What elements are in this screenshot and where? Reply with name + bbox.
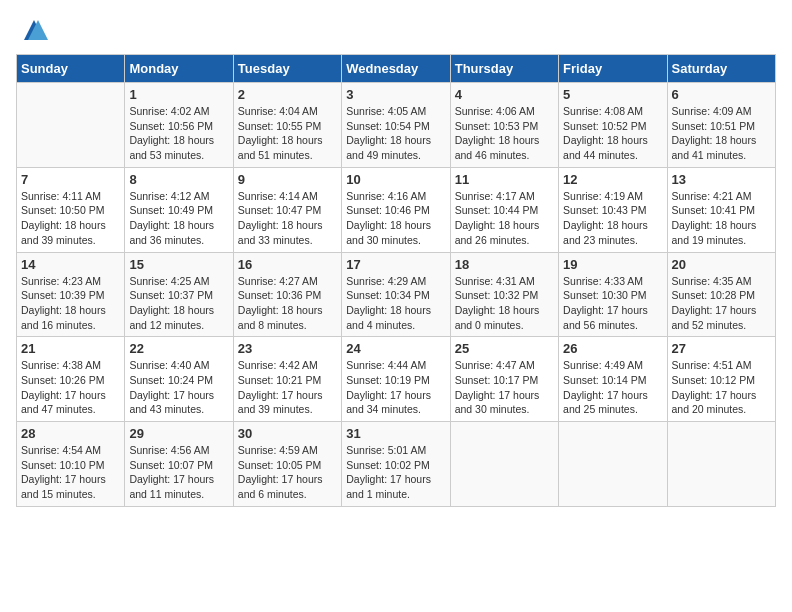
calendar-cell: 11Sunrise: 4:17 AM Sunset: 10:44 PM Dayl… (450, 167, 558, 252)
calendar-cell: 17Sunrise: 4:29 AM Sunset: 10:34 PM Dayl… (342, 252, 450, 337)
page-header (16, 16, 776, 44)
day-info: Sunrise: 4:17 AM Sunset: 10:44 PM Daylig… (455, 189, 554, 248)
day-number: 27 (672, 341, 771, 356)
calendar-cell: 23Sunrise: 4:42 AM Sunset: 10:21 PM Dayl… (233, 337, 341, 422)
calendar-cell: 20Sunrise: 4:35 AM Sunset: 10:28 PM Dayl… (667, 252, 775, 337)
day-info: Sunrise: 5:01 AM Sunset: 10:02 PM Daylig… (346, 443, 445, 502)
calendar-cell (17, 83, 125, 168)
day-info: Sunrise: 4:33 AM Sunset: 10:30 PM Daylig… (563, 274, 662, 333)
day-info: Sunrise: 4:08 AM Sunset: 10:52 PM Daylig… (563, 104, 662, 163)
day-info: Sunrise: 4:31 AM Sunset: 10:32 PM Daylig… (455, 274, 554, 333)
day-number: 8 (129, 172, 228, 187)
calendar-cell: 30Sunrise: 4:59 AM Sunset: 10:05 PM Dayl… (233, 422, 341, 507)
calendar-cell: 14Sunrise: 4:23 AM Sunset: 10:39 PM Dayl… (17, 252, 125, 337)
day-number: 10 (346, 172, 445, 187)
day-info: Sunrise: 4:02 AM Sunset: 10:56 PM Daylig… (129, 104, 228, 163)
day-info: Sunrise: 4:51 AM Sunset: 10:12 PM Daylig… (672, 358, 771, 417)
day-number: 28 (21, 426, 120, 441)
calendar-cell: 6Sunrise: 4:09 AM Sunset: 10:51 PM Dayli… (667, 83, 775, 168)
calendar-cell: 8Sunrise: 4:12 AM Sunset: 10:49 PM Dayli… (125, 167, 233, 252)
day-info: Sunrise: 4:38 AM Sunset: 10:26 PM Daylig… (21, 358, 120, 417)
logo-icon (20, 16, 48, 44)
day-number: 4 (455, 87, 554, 102)
day-number: 23 (238, 341, 337, 356)
day-info: Sunrise: 4:40 AM Sunset: 10:24 PM Daylig… (129, 358, 228, 417)
day-number: 26 (563, 341, 662, 356)
header-day-wednesday: Wednesday (342, 55, 450, 83)
day-info: Sunrise: 4:56 AM Sunset: 10:07 PM Daylig… (129, 443, 228, 502)
calendar-table: SundayMondayTuesdayWednesdayThursdayFrid… (16, 54, 776, 507)
day-number: 17 (346, 257, 445, 272)
day-info: Sunrise: 4:12 AM Sunset: 10:49 PM Daylig… (129, 189, 228, 248)
week-row-1: 1Sunrise: 4:02 AM Sunset: 10:56 PM Dayli… (17, 83, 776, 168)
day-number: 9 (238, 172, 337, 187)
day-info: Sunrise: 4:19 AM Sunset: 10:43 PM Daylig… (563, 189, 662, 248)
day-info: Sunrise: 4:16 AM Sunset: 10:46 PM Daylig… (346, 189, 445, 248)
header-day-friday: Friday (559, 55, 667, 83)
day-info: Sunrise: 4:25 AM Sunset: 10:37 PM Daylig… (129, 274, 228, 333)
day-info: Sunrise: 4:44 AM Sunset: 10:19 PM Daylig… (346, 358, 445, 417)
calendar-cell: 13Sunrise: 4:21 AM Sunset: 10:41 PM Dayl… (667, 167, 775, 252)
week-row-4: 21Sunrise: 4:38 AM Sunset: 10:26 PM Dayl… (17, 337, 776, 422)
header-day-thursday: Thursday (450, 55, 558, 83)
day-number: 3 (346, 87, 445, 102)
calendar-cell: 4Sunrise: 4:06 AM Sunset: 10:53 PM Dayli… (450, 83, 558, 168)
day-number: 13 (672, 172, 771, 187)
calendar-cell: 29Sunrise: 4:56 AM Sunset: 10:07 PM Dayl… (125, 422, 233, 507)
day-info: Sunrise: 4:09 AM Sunset: 10:51 PM Daylig… (672, 104, 771, 163)
day-number: 6 (672, 87, 771, 102)
day-number: 16 (238, 257, 337, 272)
day-number: 18 (455, 257, 554, 272)
calendar-cell: 15Sunrise: 4:25 AM Sunset: 10:37 PM Dayl… (125, 252, 233, 337)
day-info: Sunrise: 4:27 AM Sunset: 10:36 PM Daylig… (238, 274, 337, 333)
calendar-cell: 7Sunrise: 4:11 AM Sunset: 10:50 PM Dayli… (17, 167, 125, 252)
day-number: 7 (21, 172, 120, 187)
day-number: 19 (563, 257, 662, 272)
day-number: 12 (563, 172, 662, 187)
calendar-cell: 21Sunrise: 4:38 AM Sunset: 10:26 PM Dayl… (17, 337, 125, 422)
day-number: 29 (129, 426, 228, 441)
header-day-saturday: Saturday (667, 55, 775, 83)
calendar-cell: 31Sunrise: 5:01 AM Sunset: 10:02 PM Dayl… (342, 422, 450, 507)
day-info: Sunrise: 4:54 AM Sunset: 10:10 PM Daylig… (21, 443, 120, 502)
day-number: 22 (129, 341, 228, 356)
day-info: Sunrise: 4:04 AM Sunset: 10:55 PM Daylig… (238, 104, 337, 163)
day-number: 25 (455, 341, 554, 356)
calendar-cell: 24Sunrise: 4:44 AM Sunset: 10:19 PM Dayl… (342, 337, 450, 422)
day-info: Sunrise: 4:21 AM Sunset: 10:41 PM Daylig… (672, 189, 771, 248)
calendar-cell: 28Sunrise: 4:54 AM Sunset: 10:10 PM Dayl… (17, 422, 125, 507)
calendar-cell: 26Sunrise: 4:49 AM Sunset: 10:14 PM Dayl… (559, 337, 667, 422)
day-info: Sunrise: 4:47 AM Sunset: 10:17 PM Daylig… (455, 358, 554, 417)
calendar-cell: 9Sunrise: 4:14 AM Sunset: 10:47 PM Dayli… (233, 167, 341, 252)
calendar-cell: 27Sunrise: 4:51 AM Sunset: 10:12 PM Dayl… (667, 337, 775, 422)
day-number: 30 (238, 426, 337, 441)
calendar-body: 1Sunrise: 4:02 AM Sunset: 10:56 PM Dayli… (17, 83, 776, 507)
week-row-5: 28Sunrise: 4:54 AM Sunset: 10:10 PM Dayl… (17, 422, 776, 507)
calendar-cell: 19Sunrise: 4:33 AM Sunset: 10:30 PM Dayl… (559, 252, 667, 337)
header-day-monday: Monday (125, 55, 233, 83)
week-row-3: 14Sunrise: 4:23 AM Sunset: 10:39 PM Dayl… (17, 252, 776, 337)
day-info: Sunrise: 4:35 AM Sunset: 10:28 PM Daylig… (672, 274, 771, 333)
day-info: Sunrise: 4:05 AM Sunset: 10:54 PM Daylig… (346, 104, 445, 163)
day-number: 14 (21, 257, 120, 272)
day-info: Sunrise: 4:59 AM Sunset: 10:05 PM Daylig… (238, 443, 337, 502)
calendar-cell (559, 422, 667, 507)
day-number: 20 (672, 257, 771, 272)
day-number: 5 (563, 87, 662, 102)
day-number: 2 (238, 87, 337, 102)
calendar-cell: 2Sunrise: 4:04 AM Sunset: 10:55 PM Dayli… (233, 83, 341, 168)
day-info: Sunrise: 4:11 AM Sunset: 10:50 PM Daylig… (21, 189, 120, 248)
calendar-cell: 1Sunrise: 4:02 AM Sunset: 10:56 PM Dayli… (125, 83, 233, 168)
calendar-header: SundayMondayTuesdayWednesdayThursdayFrid… (17, 55, 776, 83)
header-row: SundayMondayTuesdayWednesdayThursdayFrid… (17, 55, 776, 83)
calendar-cell: 12Sunrise: 4:19 AM Sunset: 10:43 PM Dayl… (559, 167, 667, 252)
day-info: Sunrise: 4:06 AM Sunset: 10:53 PM Daylig… (455, 104, 554, 163)
calendar-cell: 25Sunrise: 4:47 AM Sunset: 10:17 PM Dayl… (450, 337, 558, 422)
day-info: Sunrise: 4:49 AM Sunset: 10:14 PM Daylig… (563, 358, 662, 417)
day-number: 21 (21, 341, 120, 356)
calendar-cell: 16Sunrise: 4:27 AM Sunset: 10:36 PM Dayl… (233, 252, 341, 337)
day-info: Sunrise: 4:14 AM Sunset: 10:47 PM Daylig… (238, 189, 337, 248)
header-day-tuesday: Tuesday (233, 55, 341, 83)
day-number: 15 (129, 257, 228, 272)
header-day-sunday: Sunday (17, 55, 125, 83)
